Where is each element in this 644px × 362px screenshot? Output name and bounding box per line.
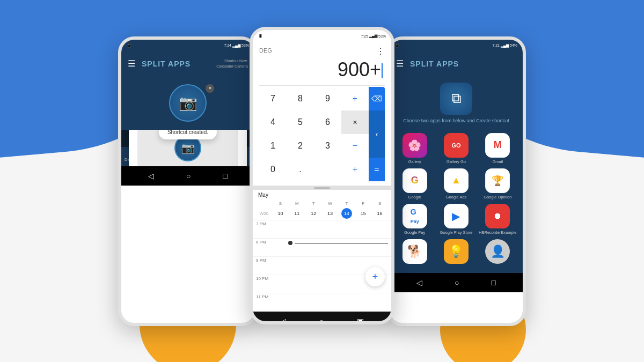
app-dog[interactable]: 🐕 [397, 239, 433, 265]
phone1-nav-recent[interactable]: □ [223, 172, 228, 180]
cal-10[interactable]: 10 [272, 211, 289, 216]
app-gallery[interactable]: 🌸 Gallery [397, 133, 433, 164]
calc-collapse-btn[interactable]: ‹ [369, 110, 385, 158]
cal-11[interactable]: 11 [289, 211, 305, 216]
gallery-go-label: Gallery Go [447, 159, 466, 164]
phone1-nav-back[interactable]: ◁ [148, 172, 154, 180]
calc-dot[interactable]: . [287, 158, 314, 181]
phone3-nav-recent[interactable]: □ [492, 278, 496, 287]
cal-12[interactable]: 12 [305, 211, 322, 216]
phone1-battery: 53% [241, 43, 249, 47]
phone1-icons-area: 📷 ✕ [121, 76, 254, 130]
app-gmail[interactable]: M Gmail [479, 133, 516, 164]
phone3-nav-home[interactable]: ○ [455, 278, 459, 287]
gmail-label: Gmail [493, 159, 503, 164]
phone2-content: DEG ⋮ 900+ 7 8 9 + ⌫ 4 5 6 × ‹ [253, 42, 391, 311]
calendar-month-row: May [253, 190, 391, 200]
cal-15[interactable]: 15 [355, 211, 371, 216]
shortcut-value: Calculator-Camera [216, 64, 248, 69]
cal-day-T1: T [305, 201, 322, 206]
phone2-nav-home[interactable]: ○ [319, 317, 324, 325]
calc-value: 900+ [338, 58, 381, 80]
gmail-icon: M [485, 133, 510, 158]
calc-4[interactable]: 4 [259, 110, 287, 134]
calc-7[interactable]: 7 [259, 87, 287, 110]
calc-multiply[interactable]: × [341, 110, 369, 134]
app-google-opinion[interactable]: 🏆 Google Opinion [479, 168, 516, 200]
calc-0[interactable]: 0 [259, 158, 287, 181]
cal-day-M: M [289, 201, 305, 206]
week-number: W20 [256, 211, 272, 216]
calc-more-icon[interactable]: ⋮ [376, 46, 385, 56]
calc-5[interactable]: 5 [287, 110, 314, 134]
google-opinion-icon: 🏆 [485, 168, 510, 193]
calc-minus[interactable]: − [341, 134, 369, 158]
calc-plus2[interactable]: + [341, 158, 369, 181]
phone-3: 📱 7:21 ▂▄▆ 54% ☰ SPLIT APPS ⧉ Choose two… [386, 36, 526, 326]
calc-1[interactable]: 1 [259, 134, 287, 158]
app-google-pay[interactable]: GPay Google Pay [397, 204, 433, 235]
phone1-notification-icon: 📱 [127, 43, 131, 48]
calendar-fab[interactable]: + [365, 267, 385, 286]
phone3-menu-icon[interactable]: ☰ [396, 58, 404, 69]
phone3-nav-bar: ◁ ○ □ [390, 273, 523, 292]
phone1-menu-icon[interactable]: ☰ [128, 58, 135, 69]
phone3-choose-text: Choose two apps from below and Create sh… [403, 118, 509, 123]
bulb-app-icon: 💡 [444, 239, 469, 264]
calc-2[interactable]: 2 [287, 134, 314, 158]
phone1-nav-home[interactable]: ○ [186, 172, 191, 180]
cal-day-F: F [355, 201, 371, 206]
play-store-icon: ▶ [444, 204, 469, 228]
cal-14-today[interactable]: 14 [341, 208, 352, 219]
shortcut-label: Shortcut Now: [216, 58, 248, 63]
hbrecorder-label: HBRecorderExample [479, 230, 516, 235]
calc-cursor [382, 63, 383, 78]
phones-container: 📱 7:24 ▂▄▆ 53% ☰ SPLIT APPS Shortcut Now… [0, 0, 644, 362]
calc-8[interactable]: 8 [287, 87, 314, 110]
phone2-nav-recent[interactable]: ▣ [357, 317, 364, 325]
cal-slot-7pm: 7 PM [253, 220, 391, 238]
calendar-section: May S M T W T F S W20 10 11 12 13 [253, 186, 391, 311]
app-hbrecorder[interactable]: ⏺ HBRecorderExample [479, 204, 516, 235]
calculator-section: DEG ⋮ 900+ 7 8 9 + ⌫ 4 5 6 × ‹ [253, 42, 391, 186]
app-play-store[interactable]: ▶ Google Play Store [438, 204, 474, 235]
calc-3[interactable]: 3 [314, 134, 341, 158]
phone1-x-badge: ✕ [206, 84, 214, 93]
calendar-drag-handle[interactable] [253, 186, 391, 190]
calc-backspace[interactable]: ⌫ [369, 87, 385, 110]
app-google[interactable]: G Google [397, 168, 433, 200]
cal-event-dot [288, 241, 292, 245]
app-person[interactable]: 👤 [479, 239, 516, 265]
app-gallery-go[interactable]: GO Gallery Go [438, 133, 474, 164]
google-opinion-label: Google Opinion [484, 195, 511, 200]
phone2-nav-back[interactable]: ◁ [280, 317, 286, 325]
gallery-label: Gallery [408, 159, 421, 164]
app-row-2: G Google ▲ Google Ads 🏆 Google Opinion [394, 168, 518, 200]
google-label: Google [408, 195, 421, 200]
calc-6[interactable]: 6 [314, 110, 341, 134]
phone2-status-bar: 📱 7:25 ▂▄▆ 53% [253, 30, 391, 42]
phone3-nav-back[interactable]: ◁ [416, 278, 422, 287]
cal-time-9pm: 9 PM [256, 257, 272, 263]
app-bulb[interactable]: 💡 [438, 239, 474, 265]
calc-plus[interactable]: + [341, 87, 369, 110]
phone3-signal: ▂▄▆ [501, 43, 509, 48]
phone2-signal: ▂▄▆ [369, 34, 377, 38]
phone-2: 📱 7:25 ▂▄▆ 53% DEG ⋮ 900+ 7 8 [250, 27, 394, 324]
cal-day-S1: S [272, 201, 289, 206]
cal-13[interactable]: 13 [322, 211, 339, 216]
cal-16[interactable]: 16 [371, 211, 388, 216]
cal-day-W: W [322, 201, 339, 206]
phone3-split-icon: ⧉ [440, 83, 472, 115]
google-pay-label: Google Pay [404, 230, 425, 235]
calendar-drag-indicator [314, 187, 330, 189]
dog-app-icon: 🐕 [402, 239, 427, 264]
phone1-header: ☰ SPLIT APPS Shortcut Now: Calculator-Ca… [121, 51, 254, 76]
phone3-app-list: 🌸 Gallery GO Gallery Go M Gmail G Google [390, 130, 523, 273]
cal-time-7pm: 7 PM [256, 220, 272, 226]
calc-equals[interactable]: = [369, 158, 385, 181]
week-num-header [256, 201, 272, 206]
calc-9[interactable]: 9 [314, 87, 341, 110]
app-google-ads[interactable]: ▲ Google Ads [438, 168, 474, 200]
phone1-signal: ▂▄▆ [232, 43, 240, 48]
